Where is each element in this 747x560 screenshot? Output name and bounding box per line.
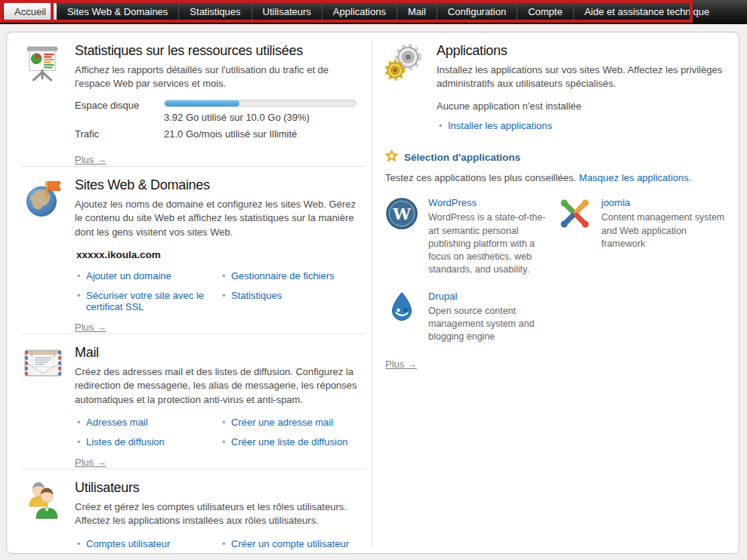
applications-description: Installez les applications sur vos sites… — [437, 63, 727, 91]
wordpress-description: WordPress is a state-of-the-art semantic… — [428, 211, 554, 276]
list-item: Gestionnaire de fichiers — [221, 270, 366, 282]
featured-apps-header: Sélection d'applications — [385, 149, 727, 165]
svg-text:W: W — [392, 205, 411, 223]
install-applications-link[interactable]: Installer les applications — [448, 120, 552, 131]
list-item: Sécuriser votre site avec le certificat … — [76, 290, 221, 312]
create-mailing-list-link[interactable]: Créer une liste de diffusion — [231, 436, 347, 448]
list-item: Listes de diffusion — [76, 436, 221, 448]
featured-apps-more-link[interactable]: Plus → — [385, 358, 417, 370]
add-domain-link[interactable]: Ajouter un domaine — [86, 270, 171, 282]
users-icon — [23, 479, 66, 560]
mail-links: Adresses mail Créer une adresse mail Lis… — [75, 417, 366, 448]
list-item: Adresses mail — [76, 417, 221, 428]
wordpress-link[interactable]: WordPress — [428, 197, 477, 208]
featured-apps-title: Sélection d'applications — [404, 152, 520, 163]
list-item: Créer une adresse mail — [221, 417, 366, 428]
applications-title: Applications — [437, 42, 727, 60]
hide-applications-link[interactable]: Masquez les applications. — [579, 172, 692, 183]
statistics-title: Statistiques sur les ressources utilisée… — [75, 42, 366, 60]
tab-aide-assistance[interactable]: Aide et assistance technique — [573, 3, 721, 20]
joomla-description: Content management system and Web applic… — [601, 211, 727, 251]
statistics-more-link[interactable]: Plus → — [75, 154, 106, 165]
globe-flag-icon — [23, 177, 66, 334]
featured-apps-grid: W WordPress WordPress is a state-of-the-… — [385, 195, 727, 343]
list-item: Créer un rôle utilisateur — [221, 558, 366, 560]
applications-links: Installer les applications — [437, 120, 727, 131]
disk-progress-fill — [165, 100, 239, 106]
tab-utilisateurs[interactable]: Utilisateurs — [252, 3, 322, 20]
star-icon — [385, 149, 398, 165]
app-card-drupal: Drupal Open source content management sy… — [385, 289, 554, 344]
statistics-chart-icon — [23, 42, 66, 166]
mail-title: Mail — [75, 344, 366, 362]
drupal-icon — [385, 289, 420, 344]
joomla-link[interactable]: joomla — [601, 197, 630, 208]
joomla-icon — [558, 195, 593, 276]
domains-more-link[interactable]: Plus → — [75, 322, 106, 333]
wordpress-icon: W — [385, 195, 420, 276]
top-navigation: Accueil Sites Web & Domaines Statistique… — [0, 0, 747, 24]
traffic-label: Trafic — [75, 128, 164, 140]
file-manager-link[interactable]: Gestionnaire de fichiers — [231, 270, 335, 282]
featured-apps-intro: Testez ces applications les plus conseil… — [385, 172, 727, 183]
list-item: Rôles de l'utilisateur — [76, 558, 221, 560]
tab-applications[interactable]: Applications — [322, 3, 397, 20]
ssl-certificate-link[interactable]: Sécuriser votre site avec le certificat … — [86, 290, 204, 312]
content-panel: Statistiques sur les ressources utilisée… — [6, 32, 739, 554]
section-applications: Applications Installez les applications … — [385, 42, 727, 131]
envelope-icon — [23, 344, 66, 469]
users-title: Utilisateurs — [75, 479, 366, 497]
tab-mail[interactable]: Mail — [397, 3, 437, 20]
disk-progress-bar — [164, 100, 357, 107]
traffic-usage-text: 21.0 Go/mois utilisé sur Illimité — [164, 128, 366, 140]
list-item: Créer un compte utilisateur — [221, 538, 366, 549]
user-accounts-link[interactable]: Comptes utilisateur — [86, 538, 170, 549]
list-item: Ajouter un domaine — [76, 270, 221, 282]
section-websites-domains: Sites Web & Domaines Ajoutez les noms de… — [7, 167, 372, 334]
drupal-description: Open source content management system an… — [428, 305, 554, 344]
disk-space-label: Espace disque — [75, 100, 164, 123]
app-card-joomla: joomla Content management system and Web… — [558, 195, 727, 276]
mail-more-link[interactable]: Plus → — [75, 457, 106, 468]
create-mail-address-link[interactable]: Créer une adresse mail — [231, 417, 333, 428]
mail-description: Créez des adresses mail et des listes de… — [75, 365, 366, 407]
list-item: Installer les applications — [438, 120, 727, 131]
right-column: Applications Installez les applications … — [372, 32, 739, 553]
create-user-role-link[interactable]: Créer un rôle utilisateur — [231, 558, 333, 560]
users-links: Comptes utilisateur Créer un compte util… — [75, 538, 366, 560]
gears-icon — [385, 42, 428, 131]
domain-statistics-link[interactable]: Statistiques — [231, 290, 282, 301]
list-item: Statistiques — [221, 290, 366, 312]
tab-list: Accueil Sites Web & Domaines Statistique… — [0, 0, 747, 24]
domains-description: Ajoutez les noms de domaine et configure… — [75, 198, 366, 239]
section-statistics: Statistiques sur les ressources utilisée… — [7, 32, 372, 166]
drupal-link[interactable]: Drupal — [428, 291, 457, 302]
resource-usage: Espace disque 3.92 Go utilisé sur 10.0 G… — [75, 100, 366, 140]
tab-configuration[interactable]: Configuration — [437, 3, 517, 20]
tab-compte[interactable]: Compte — [517, 3, 573, 20]
featured-intro-text: Testez ces applications les plus conseil… — [385, 172, 576, 183]
left-column: Statistiques sur les ressources utilisée… — [7, 32, 372, 560]
domain-name: xxxxx.ikoula.com — [76, 249, 366, 260]
user-roles-link[interactable]: Rôles de l'utilisateur — [86, 558, 174, 560]
domains-links: Ajouter un domaine Gestionnaire de fichi… — [75, 270, 366, 312]
tab-accueil[interactable]: Accueil — [4, 3, 57, 20]
tab-statistiques[interactable]: Statistiques — [178, 3, 251, 20]
disk-usage-text: 3.92 Go utilisé sur 10.0 Go (39%) — [164, 112, 357, 123]
list-item: Créer une liste de diffusion — [221, 436, 366, 448]
statistics-description: Affichez les rapports détaillés sur l'ut… — [75, 63, 366, 91]
no-applications-text: Aucune application n'est installée — [437, 100, 727, 112]
section-users: Utilisateurs Créez et gérez les comptes … — [7, 469, 372, 560]
tab-sites-web-domaines[interactable]: Sites Web & Domaines — [57, 3, 178, 20]
mailing-lists-link[interactable]: Listes de diffusion — [86, 436, 165, 448]
list-item: Comptes utilisateur — [76, 538, 221, 549]
users-description: Créez et gérez les comptes utilisateurs … — [75, 500, 366, 528]
mail-addresses-link[interactable]: Adresses mail — [86, 417, 148, 428]
domains-title: Sites Web & Domaines — [75, 177, 366, 194]
app-card-wordpress: W WordPress WordPress is a state-of-the-… — [385, 195, 554, 276]
section-mail: Mail Créez des adresses mail et des list… — [7, 334, 372, 469]
create-user-account-link[interactable]: Créer un compte utilisateur — [231, 538, 349, 549]
